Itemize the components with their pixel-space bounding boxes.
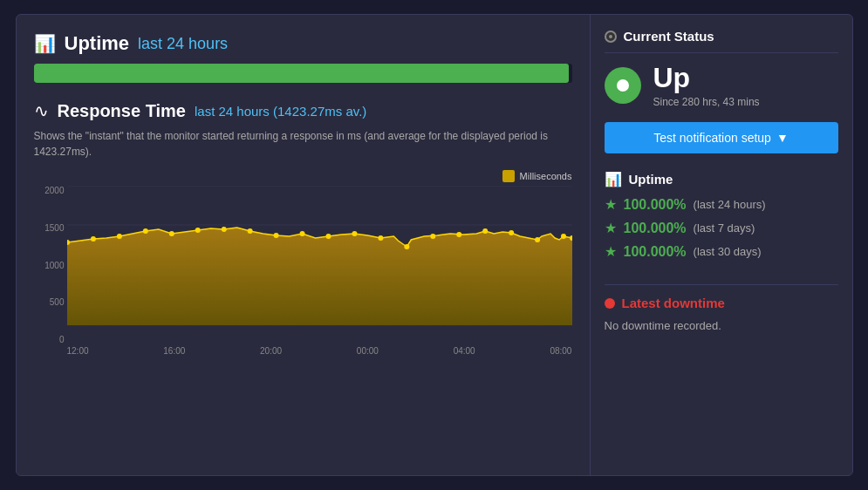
svg-point-9 (142, 228, 147, 234)
status-circle-inner (617, 79, 629, 92)
svg-point-18 (378, 235, 383, 241)
response-title: Response Time (58, 101, 186, 121)
x-label-0400: 04:00 (454, 346, 475, 356)
chart-legend: Milliseconds (34, 170, 572, 182)
svg-point-20 (430, 234, 435, 239)
bar-chart-icon: 📊 (34, 33, 56, 54)
y-labels: 2000 1500 1000 500 0 (34, 186, 65, 360)
x-label-1600: 16:00 (163, 346, 185, 356)
svg-point-21 (456, 232, 461, 237)
uptime-bar-container (34, 64, 572, 83)
uptime-right-header: 📊 Uptime (605, 171, 838, 187)
svg-point-15 (299, 231, 304, 236)
x-label-0800: 08:00 (550, 346, 571, 356)
left-panel: 📊 Uptime last 24 hours ∿ Response Time l… (17, 15, 591, 475)
y-label-1000: 1000 (34, 261, 65, 270)
svg-point-16 (325, 234, 331, 239)
stat-percent-7d: 100.000% (624, 221, 687, 236)
wave-icon: ∿ (34, 100, 49, 121)
latest-downtime-title: Latest downtime (622, 296, 725, 310)
svg-point-17 (352, 231, 357, 236)
chart-content: 12:00 16:00 20:00 00:00 04:00 08:00 (67, 186, 572, 360)
uptime-subtitle: last 24 hours (138, 35, 228, 53)
test-notification-button[interactable]: Test notification setup ▼ (605, 122, 838, 153)
legend-color-box (502, 170, 515, 182)
svg-point-11 (195, 228, 200, 233)
svg-point-25 (561, 234, 566, 239)
status-up-circle (605, 67, 641, 104)
uptime-header: 📊 Uptime last 24 hours (34, 32, 572, 55)
x-label-2000: 20:00 (260, 346, 282, 356)
stat-percent-24h: 100.000% (624, 197, 687, 213)
stat-period-7d: (last 7 days) (694, 221, 755, 235)
right-panel: Current Status Up Since 280 hrs, 43 mins… (591, 15, 852, 475)
status-body: Up Since 280 hrs, 43 mins (605, 53, 838, 112)
green-star-30d: ★ (605, 243, 617, 260)
y-label-0: 0 (34, 335, 65, 344)
current-status-title: Current Status (624, 29, 714, 44)
svg-point-7 (90, 236, 95, 242)
y-label-2000: 2000 (34, 186, 65, 195)
svg-point-12 (221, 227, 226, 232)
x-label-0000: 00:00 (357, 346, 379, 356)
dropdown-icon: ▼ (776, 131, 789, 145)
status-since: Since 280 hrs, 43 mins (653, 96, 760, 108)
stat-period-30d: (last 30 days) (694, 245, 762, 258)
svg-point-24 (535, 237, 540, 242)
response-description: Shows the "instant" that the monitor sta… (34, 128, 572, 160)
status-info: Up Since 280 hrs, 43 mins (653, 62, 760, 108)
svg-point-22 (482, 228, 488, 234)
uptime-bar (34, 64, 570, 83)
svg-point-23 (509, 230, 514, 235)
svg-point-19 (404, 244, 409, 249)
main-container: 📊 Uptime last 24 hours ∿ Response Time l… (16, 14, 853, 476)
stat-period-24h: (last 24 hours) (694, 198, 766, 211)
x-label-1200: 12:00 (67, 346, 89, 356)
uptime-right-title: Uptime (629, 172, 673, 187)
green-star-7d: ★ (605, 220, 617, 236)
status-header-icon-inner (609, 35, 612, 38)
svg-point-14 (273, 233, 278, 238)
uptime-stat-7d: ★ 100.000% (last 7 days) (605, 220, 838, 236)
latest-downtime-section: Latest downtime No downtime recorded. (605, 284, 838, 332)
chart-area: 2000 1500 1000 500 0 (34, 186, 572, 360)
status-header-icon (605, 31, 617, 43)
uptime-stat-30d: ★ 100.000% (last 30 days) (605, 243, 838, 260)
green-star-24h: ★ (605, 196, 617, 213)
current-status-header: Current Status (605, 29, 838, 53)
y-label-500: 500 (34, 297, 65, 307)
svg-point-10 (168, 231, 174, 236)
svg-point-8 (116, 234, 121, 239)
status-up-text: Up (653, 62, 760, 94)
x-labels: 12:00 16:00 20:00 00:00 04:00 08:00 (67, 343, 572, 356)
response-header: ∿ Response Time last 24 hours (1423.27ms… (34, 100, 572, 121)
no-downtime-message: No downtime recorded. (605, 319, 838, 332)
uptime-title: Uptime (65, 32, 130, 55)
stat-percent-30d: 100.000% (624, 244, 687, 260)
test-notification-label: Test notification setup (653, 131, 771, 145)
legend-label: Milliseconds (520, 171, 572, 181)
uptime-stat-24h: ★ 100.000% (last 24 hours) (605, 196, 838, 213)
svg-point-13 (247, 228, 252, 234)
chart-svg (67, 186, 572, 343)
current-status-section: Current Status Up Since 280 hrs, 43 mins (605, 29, 838, 112)
latest-downtime-header: Latest downtime (605, 296, 838, 310)
uptime-right-icon: 📊 (605, 171, 622, 187)
response-subtitle: last 24 hours (1423.27ms av.) (195, 104, 366, 119)
svg-marker-5 (67, 228, 572, 325)
y-label-1500: 1500 (34, 223, 65, 233)
downtime-dot (605, 298, 615, 309)
uptime-right-section: 📊 Uptime ★ 100.000% (last 24 hours) ★ 10… (605, 164, 838, 274)
chart-wrapper: Milliseconds 2000 1500 1000 500 0 (34, 170, 572, 360)
